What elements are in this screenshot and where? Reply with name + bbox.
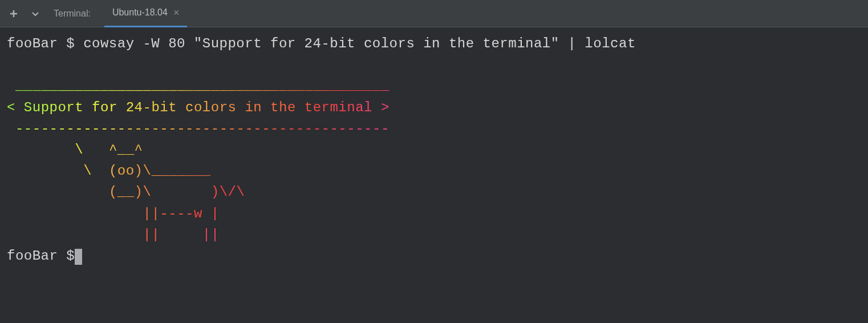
cowsay-bottom-border: ----------------------------------------… [7,121,398,136]
new-tab-button[interactable] [7,7,21,21]
cowsay-art-1: \ ^__^ [7,142,143,158]
terminal-label: Terminal: [54,9,91,19]
tab-label: Ubuntu-18.04 [112,7,168,18]
cowsay-art-4: ||----w | [7,206,220,221]
cowsay-art-3: (__)\ )\/\ [7,184,245,200]
cowsay-message: < Support for 24-bit colors in the termi… [7,100,390,115]
prompt-line-2: fooBar $ [7,248,82,264]
prompt-line-1: fooBar $ cowsay -W 80 "Support for 24-bi… [7,36,636,51]
terminal-toolbar: Terminal: Ubuntu-18.04 × [0,0,868,27]
terminal-output[interactable]: fooBar $ cowsay -W 80 "Support for 24-bi… [0,27,868,272]
cowsay-art-2: \ (oo)\_______ [7,163,211,179]
terminal-tab[interactable]: Ubuntu-18.04 × [104,0,187,27]
close-tab-icon[interactable]: × [173,7,180,18]
cowsay-art-5: || || [7,227,220,243]
dropdown-button[interactable] [29,7,42,21]
cowsay-top-border: ________________________________________… [7,78,398,94]
cursor [75,249,82,265]
